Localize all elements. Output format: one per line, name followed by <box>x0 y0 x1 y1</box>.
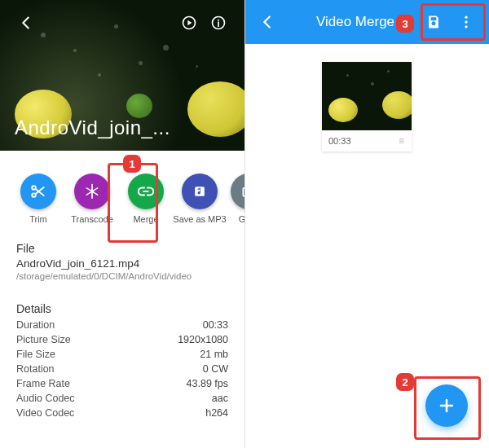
svg-rect-7 <box>433 17 434 20</box>
frames-icon <box>231 173 244 209</box>
clip-thumbnail <box>322 62 412 130</box>
section-heading: Details <box>16 302 228 315</box>
add-clip-fab[interactable] <box>425 384 468 427</box>
file-path: /storage/emulated/0/DCIM/AndroVid/video <box>16 271 228 281</box>
video-title: AndroVid_join_... <box>15 116 170 139</box>
music-icon <box>182 173 218 209</box>
video-preview: AndroVid_join_... <box>0 0 244 151</box>
svg-point-3 <box>32 186 36 190</box>
svg-point-8 <box>465 16 467 19</box>
details-section: Details Duration00:33 Picture Size1920x1… <box>0 284 244 424</box>
svg-point-2 <box>218 20 219 21</box>
action-label: Grab <box>239 214 244 224</box>
screen-title: Video Merge <box>284 14 417 30</box>
clip-card[interactable]: 00:33 ≡ <box>322 62 412 152</box>
action-row: Trim Transcode Merge Save as MP3 <box>0 151 244 231</box>
snow-icon <box>74 173 110 209</box>
annotation-badge-2: 2 <box>396 373 414 391</box>
link-icon <box>128 173 164 209</box>
detail-frame-rate: Frame Rate43.89 fps <box>16 376 228 391</box>
save-button[interactable] <box>417 6 450 38</box>
merge-action[interactable]: Merge <box>122 173 170 224</box>
clip-duration: 00:33 <box>328 136 351 146</box>
detail-duration: Duration00:33 <box>16 318 228 332</box>
play-button[interactable] <box>174 8 204 37</box>
trim-action[interactable]: Trim <box>15 173 62 224</box>
transcode-action[interactable]: Transcode <box>68 173 116 224</box>
thumbnail-art <box>187 81 244 137</box>
action-label: Trim <box>29 214 47 224</box>
app-bar: Video Merge <box>244 0 489 44</box>
video-merge-screen: Video Merge 00:33 ≡ <box>244 0 489 448</box>
detail-rotation: Rotation0 CW <box>16 362 228 376</box>
svg-point-4 <box>32 193 36 197</box>
action-label: Save as MP3 <box>173 214 226 224</box>
action-label: Merge <box>133 214 158 224</box>
section-heading: File <box>16 242 228 255</box>
drag-handle-icon[interactable]: ≡ <box>399 135 405 147</box>
overflow-menu-button[interactable] <box>450 6 482 38</box>
svg-point-10 <box>465 25 467 28</box>
video-detail-screen: AndroVid_join_... Trim Transcode Merge <box>0 0 244 448</box>
detail-file-size: File Size21 mb <box>16 347 228 362</box>
grab-action[interactable]: Grab <box>230 173 244 224</box>
save-mp3-action[interactable]: Save as MP3 <box>176 173 223 224</box>
thumbnail-art <box>126 94 152 118</box>
action-label: Transcode <box>71 214 113 224</box>
scissors-icon <box>20 173 56 209</box>
back-button[interactable] <box>11 8 41 37</box>
detail-video-codec: Video Codech264 <box>16 406 228 420</box>
file-section: File AndroVid_join_6121.mp4 /storage/emu… <box>0 231 244 284</box>
clip-grid: 00:33 ≡ <box>244 44 489 152</box>
back-button[interactable] <box>251 6 284 38</box>
detail-audio-codec: Audio Codecaac <box>16 391 228 406</box>
info-button[interactable] <box>204 8 233 37</box>
svg-point-9 <box>465 20 467 23</box>
detail-picture-size: Picture Size1920x1080 <box>16 332 228 347</box>
file-name: AndroVid_join_6121.mp4 <box>16 257 228 270</box>
